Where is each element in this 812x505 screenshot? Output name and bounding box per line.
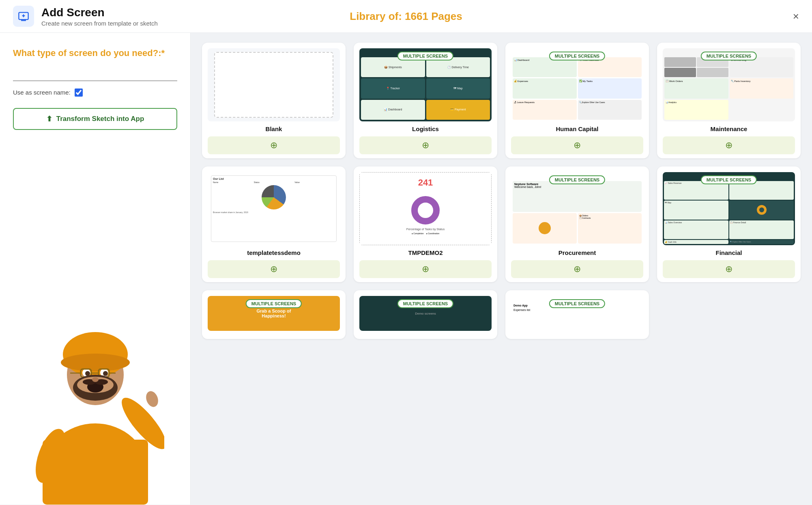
use-as-screen-name-checkbox[interactable] <box>75 88 83 97</box>
template-card-tmpdemo2[interactable]: 241 Percentage of Tasks by Status ● Comp… <box>354 166 497 282</box>
zoom-button-financial[interactable]: ⊕ <box>663 260 795 278</box>
zoom-icon-maintenance: ⊕ <box>725 140 733 151</box>
demo2-text: Demo screens <box>413 310 438 317</box>
proc-card-1: Neptune Software Welcome back, John! <box>513 181 642 212</box>
add-screen-icon <box>13 6 34 27</box>
template-card-logistics[interactable]: MULTIPLE SCREENS 📦 Shipments 🕐 Delivery … <box>354 43 497 158</box>
proc-welcome: Welcome back, John! <box>514 186 640 188</box>
zoom-icon-financial: ⊕ <box>725 264 733 274</box>
card-title-tess: templatetessdemo <box>247 249 301 256</box>
screen-name-input[interactable] <box>13 67 177 81</box>
zoom-button-procurement[interactable]: ⊕ <box>511 260 643 278</box>
checkbox-row: Use as screen name: <box>13 88 177 97</box>
template-card-expenses[interactable]: MULTIPLE SCREENS Demo App Expenses list <box>505 290 649 339</box>
tess-preview: Our List Name Status Value Browser marke… <box>208 172 340 245</box>
proc-card-3: 📦 Orders📋 Contracts <box>578 213 642 244</box>
template-card-human-capital[interactable]: MULTIPLE SCREENS 📊 Dashboard 📅 Team Cale… <box>505 43 649 158</box>
template-card-financial[interactable]: MULTIPLE SCREENS 📈 Sales Revenue 🎯 Key K… <box>657 166 801 282</box>
blank-inner <box>214 52 333 118</box>
template-card-blank[interactable]: Blank ⊕ <box>202 43 346 158</box>
tess-col1: Name <box>213 181 253 183</box>
page-title: Add Screen <box>41 6 158 19</box>
hc-card-expenses: 💰 Expenses <box>513 78 577 98</box>
multiple-screens-badge-fin: MULTIPLE SCREENS <box>701 175 757 184</box>
mt-card-3: 🔧 Parts Inventory <box>730 78 794 98</box>
tmp-number: 241 <box>418 177 433 188</box>
svg-point-15 <box>103 371 108 376</box>
card-title-financial: Financial <box>715 249 742 256</box>
template-card-procurement[interactable]: MULTIPLE SCREENS Neptune Software Welcom… <box>505 166 649 282</box>
tess-col3: Value <box>294 181 335 183</box>
proc-circle <box>539 222 551 234</box>
template-grid: Blank ⊕ MULTIPLE SCREENS 📦 Shipments 🕐 D… <box>202 43 801 339</box>
fin-card-7: 💰 Cash Info <box>664 240 728 244</box>
card-title-procurement: Procurement <box>559 249 596 256</box>
header-text: Add Screen Create new screen from templa… <box>41 6 158 27</box>
tess-col2: Status <box>254 181 294 183</box>
right-panel[interactable]: Blank ⊕ MULTIPLE SCREENS 📦 Shipments 🕐 D… <box>191 33 812 505</box>
zoom-icon-procurement: ⊕ <box>574 264 581 274</box>
zoom-icon-tmpdemo2: ⊕ <box>422 264 429 274</box>
mt-card-2: 📋 Work Orders <box>664 78 728 98</box>
hc-card-tasks: ✅ My Tasks <box>578 78 642 98</box>
left-panel: What type of screen do you need?:* Use a… <box>0 33 191 505</box>
blank-preview <box>208 48 340 121</box>
svg-point-26 <box>92 377 99 382</box>
template-card-maintenance[interactable]: MULTIPLE SCREENS ⚙ Service Log 📋 Work Or… <box>657 43 801 158</box>
mt-card-4: 📊 Analytics <box>664 100 728 120</box>
multiple-screens-badge-hc: MULTIPLE SCREENS <box>549 52 605 60</box>
card-title-tmpdemo2: TMPDEMO2 <box>408 249 443 256</box>
zoom-button-tmpdemo2[interactable]: ⊕ <box>359 260 492 278</box>
tess-inner: Our List Name Status Value Browser marke… <box>208 172 340 245</box>
tmp-inner: 241 Percentage of Tasks by Status ● Comp… <box>359 172 492 245</box>
fin-card-8: 🔍 Explore Other Use Cases <box>729 240 794 244</box>
fin-card-5: 📊 Sales Overview <box>664 220 728 239</box>
template-card-ice-cream[interactable]: MULTIPLE SCREENS Grab a Scoop ofHappines… <box>202 290 346 339</box>
img-cell-4 <box>697 68 728 78</box>
template-card-tess[interactable]: Our List Name Status Value Browser marke… <box>202 166 346 282</box>
card-title-maintenance: Maintenance <box>711 125 748 132</box>
template-card-demo2[interactable]: MULTIPLE SCREENS Demo screens <box>354 290 497 339</box>
zoom-button-blank[interactable]: ⊕ <box>208 136 340 154</box>
tess-pie-chart <box>262 185 286 209</box>
legend-item-2: ● Coordination <box>426 232 439 235</box>
img-cell-3 <box>664 68 696 78</box>
zoom-button-maintenance[interactable]: ⊕ <box>663 136 795 154</box>
hc-card-leave: 🏖 Leave Requests <box>513 100 577 120</box>
card-title-logistics: Logistics <box>412 125 439 132</box>
library-count: 1661 Pages <box>405 10 462 22</box>
library-prefix: Library of: <box>350 10 402 22</box>
screen-question: What type of screen do you need?:* <box>13 47 177 59</box>
svg-point-7 <box>144 389 160 408</box>
proc-card-circle <box>513 213 577 244</box>
zoom-icon-hc: ⊕ <box>574 140 581 151</box>
card-title-human-capital: Human Capital <box>556 125 598 132</box>
page-subtitle: Create new screen from template or sketc… <box>41 20 158 27</box>
expenses-label: Expenses list <box>513 309 641 311</box>
upload-icon: ⬆ <box>46 114 52 123</box>
lp-card-6: 💳 Payment <box>426 100 490 120</box>
multiple-screens-badge-demo2: MULTIPLE SCREENS <box>397 299 453 308</box>
hc-card-explore: 🔍 Explore Other Use Cases <box>578 100 642 120</box>
zoom-button-hc[interactable]: ⊕ <box>511 136 643 154</box>
tess-header: Our List <box>213 177 335 180</box>
close-button[interactable]: × <box>793 11 799 22</box>
human-capital-preview: MULTIPLE SCREENS 📊 Dashboard 📅 Team Cale… <box>511 48 643 121</box>
zoom-button-logistics[interactable]: ⊕ <box>359 136 492 154</box>
fin-card-4 <box>729 201 794 219</box>
img-cell-1 <box>664 57 696 67</box>
lp-card-3: 📍 Tracker <box>361 78 425 98</box>
tess-inner-box: Our List Name Status Value Browser marke… <box>211 175 337 242</box>
person-placeholder <box>0 310 190 505</box>
multiple-screens-badge-ice: MULTIPLE SCREENS <box>246 299 302 308</box>
tess-cols: Name Status Value <box>213 181 335 183</box>
zoom-button-tess[interactable]: ⊕ <box>208 260 340 278</box>
multiple-screens-badge-exp: MULTIPLE SCREENS <box>549 299 605 308</box>
zoom-icon-tess: ⊕ <box>270 264 277 274</box>
svg-point-11 <box>61 354 130 371</box>
transform-sketch-button[interactable]: ⬆ Transform Sketch into App <box>13 108 177 130</box>
legend-item-1: ● Completion <box>412 232 424 235</box>
multiple-screens-badge-maint: MULTIPLE SCREENS <box>701 52 757 60</box>
fin-card-3: 🗺 Map <box>664 201 728 219</box>
zoom-icon-blank: ⊕ <box>270 140 277 151</box>
